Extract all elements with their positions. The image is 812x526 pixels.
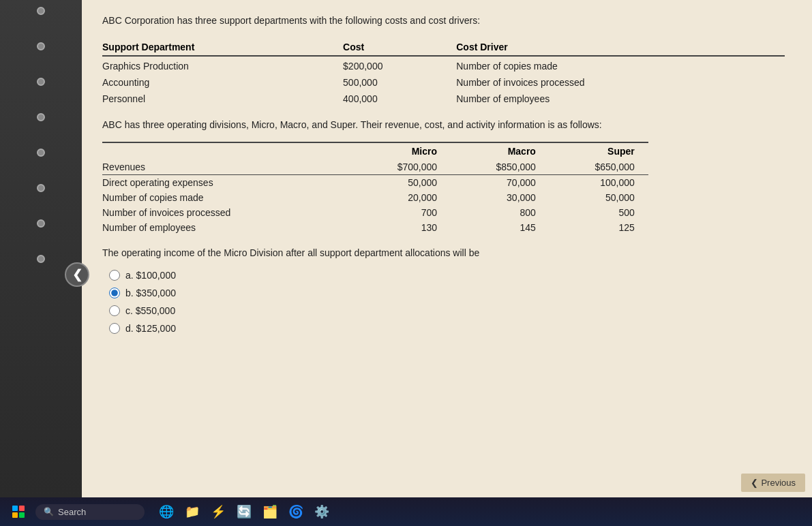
taskbar-app-1[interactable]: 🌐 [157,502,176,521]
radio-c[interactable] [109,305,120,316]
div-micro-header: Micro [352,142,451,159]
div-micro-val: $700,000 [352,159,451,175]
windows-icon [12,506,25,518]
divisions-table-row: Direct operating expenses 50,000 70,000 … [102,175,648,191]
div-label-header [102,142,352,159]
sidebar-dot-7 [37,219,45,228]
sidebar-dot-2 [37,42,45,50]
support-driver-cell: Number of copies made [456,56,785,74]
support-cost-header: Cost [343,39,456,56]
support-cost-cell: 400,000 [343,91,456,107]
taskbar-app-6[interactable]: 🌀 [286,502,305,521]
question-text: The operating income of the Micro Divisi… [102,246,785,260]
support-cost-cell: $200,000 [343,56,456,74]
div-super-val: $650,000 [550,159,648,175]
divisions-header-row: Micro Macro Super [102,142,648,159]
radio-b[interactable] [109,288,120,298]
sidebar-dot-6 [37,184,45,192]
support-cost-cell: 500,000 [343,74,456,91]
div-row-label: Number of copies made [102,190,352,205]
support-driver-header: Cost Driver [456,39,785,56]
sidebar-dot-3 [37,78,45,86]
taskbar-app-3[interactable]: ⚡ [209,502,228,521]
divisions-intro-text: ABC has three operating divisions, Micro… [102,118,785,132]
div-micro-val: 20,000 [352,190,451,205]
taskbar-app-5[interactable]: 🗂️ [260,502,280,521]
back-button[interactable]: ❮ [65,262,89,287]
option-d[interactable]: d. $125,000 [109,323,785,334]
search-label: Search [58,507,86,517]
div-macro-header: Macro [451,142,550,159]
sidebar-dot-8 [37,255,45,263]
taskbar-search[interactable]: 🔍 Search [35,504,145,520]
support-driver-cell: Number of employees [456,91,785,107]
option-label-a: a. $100,000 [125,270,176,281]
div-micro-val: 700 [352,205,451,220]
support-department-table: Support Department Cost Cost Driver Grap… [102,39,785,107]
div-macro-val: 800 [451,205,550,220]
div-super-header: Super [550,142,648,159]
divisions-table-row: Number of employees 130 145 125 [102,220,648,235]
divisions-table: Micro Macro Super Revenues $700,000 $850… [102,142,648,235]
div-super-val: 50,000 [550,190,648,205]
divisions-table-row: Number of invoices processed 700 800 500 [102,205,648,220]
sidebar [0,0,82,497]
start-square-2 [19,506,25,511]
options-container: a. $100,000 b. $350,000 c. $550,000 d. $… [109,270,785,334]
support-table-row: Graphics Production $200,000 Number of c… [102,56,785,74]
start-square-4 [19,512,25,518]
div-macro-val: 145 [451,220,550,235]
div-super-val: 500 [550,205,648,220]
search-icon: 🔍 [44,507,54,516]
option-label-b: b. $350,000 [125,288,176,298]
support-dept-cell: Accounting [102,74,343,91]
taskbar: 🔍 Search 🌐 📁 ⚡ 🔄 🗂️ 🌀 ⚙️ [0,497,812,526]
previous-button[interactable]: ❮ Previous [741,474,805,492]
div-row-label: Direct operating expenses [102,175,352,191]
div-micro-val: 130 [352,220,451,235]
div-row-label: Number of invoices processed [102,205,352,220]
option-label-c: c. $550,000 [125,305,175,316]
div-super-val: 100,000 [550,175,648,191]
div-micro-val: 50,000 [352,175,451,191]
div-super-val: 125 [550,220,648,235]
option-b[interactable]: b. $350,000 [109,288,785,298]
taskbar-app-2[interactable]: 📁 [183,502,202,521]
support-dept-cell: Graphics Production [102,56,343,74]
support-dept-cell: Personnel [102,91,343,107]
support-dept-header: Support Department [102,39,343,56]
div-row-label: Number of employees [102,220,352,235]
div-macro-val: 70,000 [451,175,550,191]
div-row-label: Revenues [102,159,352,175]
sidebar-dot-1 [37,7,45,15]
radio-a[interactable] [109,270,120,281]
previous-label: Previous [761,478,796,488]
intro-text: ABC Corporation has three support depart… [102,14,785,28]
option-a[interactable]: a. $100,000 [109,270,785,281]
support-driver-cell: Number of invoices processed [456,74,785,91]
sidebar-dot-5 [37,149,45,157]
option-label-d: d. $125,000 [125,323,176,334]
support-table-row: Accounting 500,000 Number of invoices pr… [102,74,785,91]
support-table-header-row: Support Department Cost Cost Driver [102,39,785,56]
option-c[interactable]: c. $550,000 [109,305,785,316]
support-table-row: Personnel 400,000 Number of employees [102,91,785,107]
start-button[interactable] [7,503,30,521]
divisions-table-row: Revenues $700,000 $850,000 $650,000 [102,159,648,175]
sidebar-dot-4 [37,113,45,121]
divisions-table-row: Number of copies made 20,000 30,000 50,0… [102,190,648,205]
div-macro-val: $850,000 [451,159,550,175]
radio-d[interactable] [109,323,120,334]
start-square-3 [12,512,18,518]
taskbar-app-4[interactable]: 🔄 [235,502,254,521]
taskbar-apps: 🌐 📁 ⚡ 🔄 🗂️ 🌀 ⚙️ [157,502,331,521]
main-content: ABC Corporation has three support depart… [82,0,812,499]
div-macro-val: 30,000 [451,190,550,205]
previous-chevron-icon: ❮ [751,478,758,488]
taskbar-app-7[interactable]: ⚙️ [312,502,331,521]
start-square-1 [12,506,18,511]
